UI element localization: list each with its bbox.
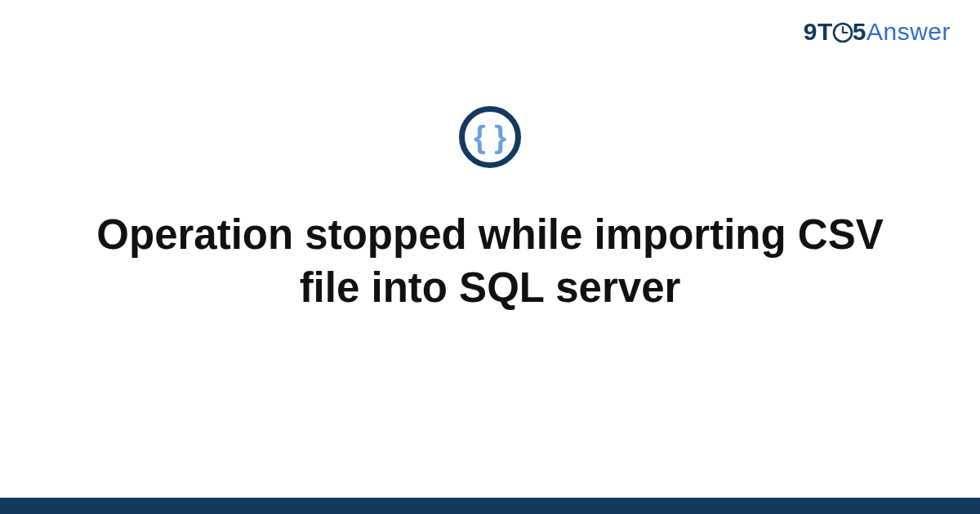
clock-icon bbox=[832, 22, 853, 43]
page-title: Operation stopped while importing CSV fi… bbox=[82, 208, 898, 315]
logo-suffix: Answer bbox=[866, 18, 951, 45]
code-braces-icon: { } bbox=[458, 105, 522, 169]
site-logo: 9T 5Answer bbox=[804, 18, 951, 46]
footer-bar bbox=[0, 498, 980, 514]
logo-prefix: 9T bbox=[804, 18, 833, 45]
logo-mid: 5 bbox=[853, 18, 866, 45]
svg-text:{ }: { } bbox=[474, 120, 506, 154]
